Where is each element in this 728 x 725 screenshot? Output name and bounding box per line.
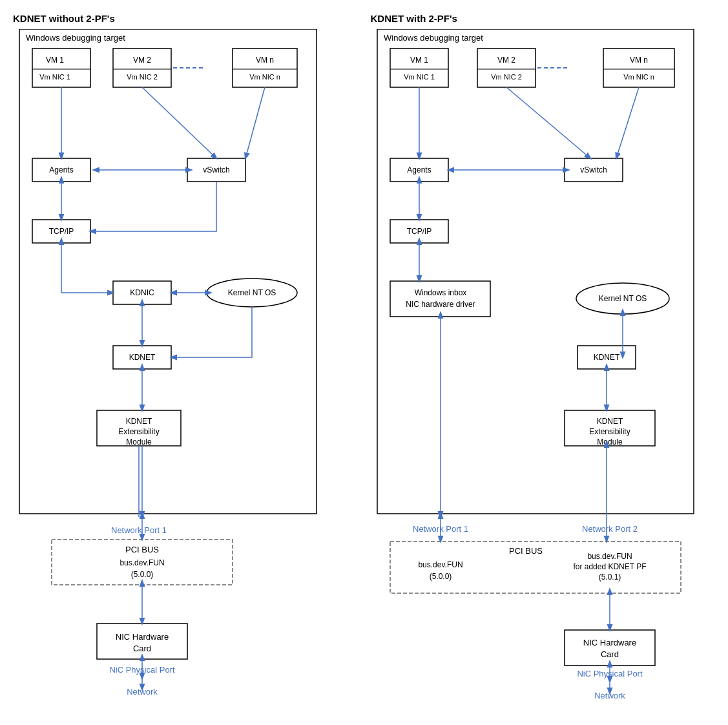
svg-line-75 [506,87,590,158]
svg-text:Vm NIC n: Vm NIC n [249,73,280,81]
svg-text:Kernel NT OS: Kernel NT OS [598,294,646,303]
svg-text:Card: Card [133,644,151,653]
svg-text:NIC Hardware: NIC Hardware [583,638,636,647]
svg-rect-57 [390,48,448,87]
svg-text:vSwitch: vSwitch [203,165,229,174]
svg-text:Vm NIC 2: Vm NIC 2 [491,73,522,81]
svg-text:Windows debugging target: Windows debugging target [26,33,125,43]
svg-line-76 [616,87,639,158]
svg-text:KDNET: KDNET [593,353,619,362]
svg-text:Card: Card [600,649,618,659]
svg-text:VM 1: VM 1 [46,56,64,65]
svg-text:vSwitch: vSwitch [580,165,607,174]
svg-text:bus.dev.FUN: bus.dev.FUN [587,552,632,561]
svg-rect-6 [113,48,171,87]
svg-text:VM 1: VM 1 [410,56,428,65]
svg-rect-66 [603,48,674,87]
svg-text:Module: Module [597,437,623,447]
svg-text:Vm NIC 1: Vm NIC 1 [404,73,435,81]
svg-text:VM 2: VM 2 [497,56,515,65]
svg-text:KDNET: KDNET [596,417,623,426]
svg-text:(5.0.0): (5.0.0) [429,572,452,581]
svg-text:PCI BUS: PCI BUS [125,545,159,554]
svg-text:VM n: VM n [256,56,274,65]
svg-text:Kernel NT OS: Kernel NT OS [228,288,276,297]
svg-text:KDNET: KDNET [126,417,152,426]
svg-text:Network Port 2: Network Port 2 [582,524,638,534]
svg-rect-107 [565,630,655,666]
svg-text:VM n: VM n [629,56,647,65]
svg-text:Agents: Agents [49,165,73,174]
svg-rect-2 [32,48,90,87]
svg-text:Vm NIC 1: Vm NIC 1 [39,73,70,81]
svg-text:PCI BUS: PCI BUS [508,546,542,556]
svg-text:TCP/IP: TCP/IP [406,227,432,236]
svg-rect-0 [19,29,317,514]
svg-text:Vm NIC n: Vm NIC n [623,73,654,81]
svg-text:bus.dev.FUN: bus.dev.FUN [418,560,463,569]
svg-text:Module: Module [126,437,152,447]
svg-text:(5.0.0): (5.0.0) [131,570,154,579]
svg-text:bus.dev.FUN: bus.dev.FUN [120,558,164,567]
svg-text:VM 2: VM 2 [133,56,151,65]
svg-text:(5.0.1): (5.0.1) [598,573,621,582]
diagram1-title: KDNET without 2-PF's [13,13,115,24]
diagram2-title: KDNET with 2-PF's [371,13,457,24]
svg-rect-81 [390,281,490,317]
diagram2-svg: Windows debugging target VM 1 Vm NIC 1 V… [371,29,713,714]
svg-text:TCP/IP: TCP/IP [49,227,74,236]
diagram1-svg: Windows debugging target VM 1 Vm NIC 1 V… [13,29,336,714]
svg-text:KDNET: KDNET [129,353,156,362]
svg-text:NIC hardware driver: NIC hardware driver [406,300,475,309]
svg-text:Extensibility: Extensibility [118,427,159,436]
svg-text:for added KDNET PF: for added KDNET PF [573,562,646,571]
svg-line-21 [245,87,265,158]
svg-text:KDNIC: KDNIC [130,288,154,297]
svg-text:Agents: Agents [407,165,431,174]
svg-rect-55 [377,29,694,514]
svg-rect-61 [477,48,536,87]
svg-text:Vm NIC 2: Vm NIC 2 [127,73,158,81]
svg-text:Windows inbox: Windows inbox [414,288,466,297]
svg-text:Extensibility: Extensibility [589,427,630,436]
svg-text:Windows debugging target: Windows debugging target [384,33,483,43]
svg-line-20 [142,87,216,158]
svg-rect-11 [233,48,297,87]
svg-text:NIC Hardware: NIC Hardware [116,632,169,642]
svg-text:Network Port 1: Network Port 1 [111,525,167,535]
